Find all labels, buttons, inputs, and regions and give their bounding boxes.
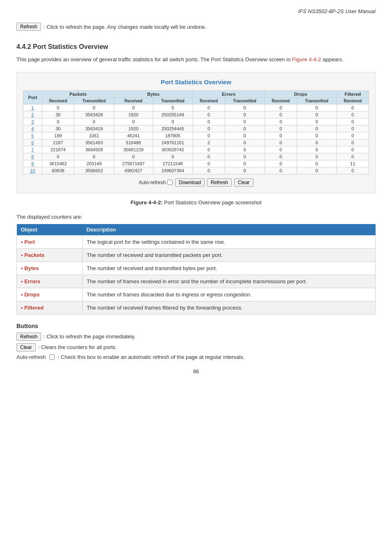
- filt-received: Received: [337, 97, 369, 104]
- err-tx-cell: 0: [225, 118, 265, 125]
- pkt-rx-cell: 30: [42, 111, 74, 118]
- button-desc-item: Clear : Clears the counters for all port…: [16, 343, 376, 352]
- desc-description: The number of frames discarded due to in…: [83, 288, 376, 301]
- btn-desc-text: : Clears the counters for all ports.: [38, 344, 117, 350]
- drop-rx-cell: 0: [265, 118, 297, 125]
- port-cell[interactable]: 5: [23, 132, 42, 139]
- port-cell[interactable]: 8: [23, 153, 42, 160]
- err-rx-cell: 0: [193, 132, 225, 139]
- col-errors: Errors: [193, 90, 265, 97]
- port-cell[interactable]: 10: [23, 167, 42, 174]
- pkt-received: Received: [42, 97, 74, 104]
- table-row: 9 3615462 203149 275871697 27211548 0 0 …: [23, 160, 369, 167]
- filt-rx-cell: 0: [337, 104, 369, 111]
- err-rx-cell: 0: [193, 167, 225, 174]
- err-tx-cell: 0: [225, 160, 265, 167]
- desc-row: • Bytes The number of received and trans…: [17, 261, 376, 275]
- drop-tx-cell: 0: [297, 160, 337, 167]
- desc-object: • Bytes: [17, 261, 83, 275]
- download-button[interactable]: Download: [175, 178, 204, 187]
- col-packets: Packets: [42, 90, 114, 97]
- byte-tx-cell: 0: [153, 104, 193, 111]
- byte-rx-cell: 35681229: [114, 146, 153, 153]
- byte-rx-cell: 46241: [114, 132, 153, 139]
- err-received: Received: [193, 97, 225, 104]
- desc-row: • Errors The number of frames received i…: [17, 275, 376, 288]
- drop-rx-cell: 0: [265, 167, 297, 174]
- drop-rx-cell: 0: [265, 104, 297, 111]
- col-drops: Drops: [265, 90, 337, 97]
- pkt-rx-cell: 0: [42, 104, 74, 111]
- figure-link[interactable]: Figure 4-4-2: [292, 56, 321, 62]
- col-filtered: Filtered: [337, 90, 369, 97]
- desc-description: The logical port for the settings contai…: [83, 235, 376, 248]
- auto-refresh-btn-checkbox[interactable]: [49, 354, 55, 360]
- drop-rx-cell: 0: [265, 146, 297, 153]
- pkt-tx-cell: 3563419: [74, 125, 114, 132]
- byte-tx-cell: 187805: [153, 132, 193, 139]
- port-cell[interactable]: 1: [23, 104, 42, 111]
- byte-transmitted: Transmitted: [153, 97, 193, 104]
- pkt-rx-cell: 221874: [42, 146, 74, 153]
- desc-description: The number of received frames filtered b…: [83, 301, 376, 314]
- figure-caption: Figure 4-4-2: Port Statistics Overview p…: [16, 199, 376, 206]
- drop-received: Received: [265, 97, 297, 104]
- btn-desc-button[interactable]: Clear: [16, 343, 36, 352]
- table-row: 8 0 0 0 0 0 0 0 0 0: [23, 153, 369, 160]
- pkt-rx-cell: 199: [42, 132, 74, 139]
- err-transmitted: Transmitted: [225, 97, 265, 104]
- drop-tx-cell: 0: [297, 167, 337, 174]
- port-cell[interactable]: 4: [23, 125, 42, 132]
- err-tx-cell: 0: [225, 111, 265, 118]
- btn-desc-text: : Click to refresh the page immediately.: [44, 333, 136, 340]
- pkt-rx-cell: 3615462: [42, 160, 74, 167]
- pkt-tx-cell: 1061: [74, 132, 114, 139]
- err-tx-cell: 0: [225, 167, 265, 174]
- err-rx-cell: 0: [193, 160, 225, 167]
- page-number: 96: [16, 368, 376, 375]
- table-row: 7 221874 3664928 35681229 303929742 0 0 …: [23, 146, 369, 153]
- refresh-button-top[interactable]: Refresh: [16, 23, 41, 31]
- drop-transmitted: Transmitted: [297, 97, 337, 104]
- byte-rx-cell: 0: [114, 153, 153, 160]
- table-controls: Auto-refresh Download Refresh Clear: [23, 178, 369, 187]
- drop-tx-cell: 0: [297, 104, 337, 111]
- desc-description: The number of received and transmitted p…: [83, 248, 376, 261]
- document-header: IFS NS3502-8P-2S User Manual: [16, 8, 376, 14]
- filt-rx-cell: 0: [337, 111, 369, 118]
- table-row: 2 30 3563428 1920 250255149 0 0 0 0 0: [23, 111, 369, 118]
- byte-rx-cell: 1920: [114, 125, 153, 132]
- btn-desc-button[interactable]: Refresh: [16, 333, 41, 341]
- desc-object: • Errors: [17, 275, 83, 288]
- port-cell[interactable]: 2: [23, 111, 42, 118]
- clear-button-table[interactable]: Clear: [234, 178, 254, 187]
- desc-description: The number of frames received in error a…: [83, 275, 376, 288]
- port-cell[interactable]: 9: [23, 160, 42, 167]
- pkt-tx-cell: 0: [74, 118, 114, 125]
- refresh-button-table[interactable]: Refresh: [207, 178, 232, 187]
- err-rx-cell: 0: [193, 104, 225, 111]
- drop-tx-cell: 0: [297, 132, 337, 139]
- byte-tx-cell: 27211548: [153, 160, 193, 167]
- table-row: 1 0 0 0 0 0 0 0 0 0: [23, 104, 369, 111]
- port-cell[interactable]: 7: [23, 146, 42, 153]
- drop-tx-cell: 0: [297, 146, 337, 153]
- table-row: 3 0 0 0 0 0 0 0 0 0: [23, 118, 369, 125]
- err-rx-cell: 2: [193, 139, 225, 146]
- err-tx-cell: 0: [225, 104, 265, 111]
- drop-rx-cell: 0: [265, 132, 297, 139]
- description-table: Object Description • Port The logical po…: [16, 224, 376, 314]
- pkt-tx-cell: 3563428: [74, 111, 114, 118]
- drop-rx-cell: 0: [265, 139, 297, 146]
- auto-refresh-checkbox[interactable]: [167, 180, 173, 185]
- col-port: Port: [23, 90, 42, 104]
- table-row: 10 60838 3566653 6992427 249607364 0 0 0…: [23, 167, 369, 174]
- desc-object: • Port: [17, 235, 83, 248]
- figure-caption-desc: Port Statistics Overview page screenshot: [164, 199, 261, 206]
- err-rx-cell: 0: [193, 153, 225, 160]
- port-cell[interactable]: 6: [23, 139, 42, 146]
- port-cell[interactable]: 3: [23, 118, 42, 125]
- err-tx-cell: 0: [225, 153, 265, 160]
- filt-rx-cell: 0: [337, 167, 369, 174]
- byte-rx-cell: 516488: [114, 139, 153, 146]
